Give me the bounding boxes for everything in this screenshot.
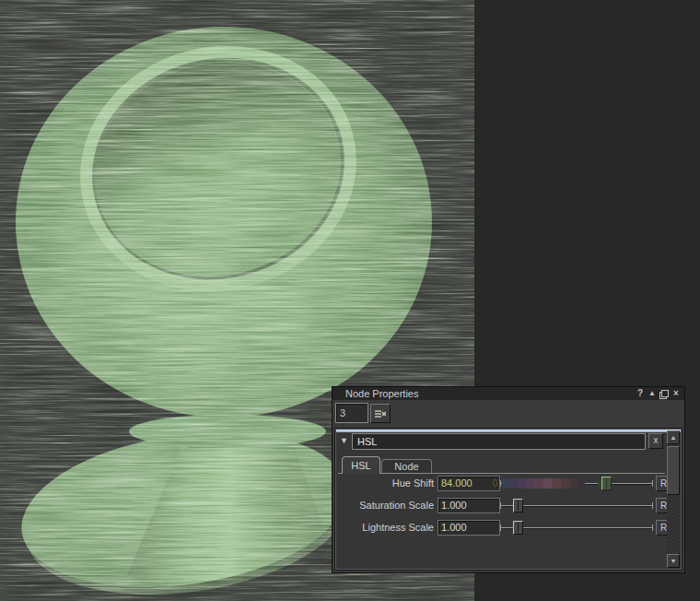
lightness-scale-value-field[interactable]: 1.000	[438, 520, 500, 536]
expander-triangle-icon[interactable]: ▼	[340, 436, 348, 445]
panel-title: Node Properties	[345, 387, 419, 400]
node-action-button[interactable]	[370, 404, 391, 423]
saturation-scale-label: Saturation Scale	[338, 500, 434, 511]
node-count-input[interactable]: 3	[335, 403, 368, 423]
saturation-scale-value: 1.000	[441, 500, 467, 511]
saturation-scale-value-field[interactable]: 1.000	[438, 498, 500, 513]
saturation-scale-slider[interactable]	[500, 498, 653, 514]
hue-shift-slider-handle[interactable]	[601, 477, 612, 490]
parameter-rows: Hue Shift 84.000 0 R Saturation Scale 1.…	[338, 474, 665, 567]
node-name-field[interactable]: HSL	[352, 433, 646, 450]
close-icon[interactable]: ×	[671, 388, 682, 399]
lightness-scale-row: Lightness Scale 1.000 R	[338, 520, 665, 538]
tab-hsl[interactable]: HSL	[342, 456, 380, 474]
help-icon[interactable]: ?	[635, 388, 646, 399]
hue-shift-slider[interactable]	[500, 476, 653, 492]
hue-shift-badge: 0	[492, 477, 497, 490]
node-action-icon	[375, 409, 386, 418]
titlebar-icons: ? ▲ ×	[635, 387, 682, 400]
scroll-up-icon[interactable]: ▲	[667, 430, 680, 444]
saturation-scale-slider-handle[interactable]	[513, 499, 523, 513]
scroll-down-icon[interactable]: ▼	[667, 554, 680, 568]
vertical-scrollbar[interactable]: ▲ ▼	[667, 430, 680, 568]
hue-shift-row: Hue Shift 84.000 0 R	[338, 476, 665, 494]
hue-gradient-strip	[502, 478, 585, 489]
selection-accent-bar	[336, 430, 681, 432]
panel-titlebar[interactable]: Node Properties ? ▲ ×	[332, 387, 684, 400]
properties-frame: ▼ HSL x HSL Node Hue Shift 84.000 0	[335, 429, 682, 570]
hue-shift-label: Hue Shift	[338, 477, 434, 489]
pedestal-collar	[129, 415, 326, 448]
hue-shift-value: 84.000	[441, 477, 472, 489]
lightness-scale-label: Lightness Scale	[338, 522, 434, 533]
hue-shift-value-field[interactable]: 84.000 0	[438, 476, 500, 491]
collapse-icon[interactable]: ▲	[647, 388, 658, 399]
remove-node-button[interactable]: x	[648, 433, 663, 449]
lightness-scale-value: 1.000	[441, 522, 467, 533]
saturation-scale-row: Saturation Scale 1.000 R	[338, 498, 665, 516]
node-stack-header: ▼ HSL x	[336, 433, 665, 450]
scrollbar-thumb[interactable]	[667, 446, 680, 495]
float-window-icon[interactable]	[659, 388, 670, 399]
node-properties-panel: Node Properties ? ▲ × 3 ▼ HSL x HSL Node	[332, 386, 685, 573]
lightness-scale-slider-handle[interactable]	[513, 521, 523, 535]
tab-node[interactable]: Node	[381, 459, 432, 474]
lightness-scale-slider[interactable]	[500, 520, 653, 536]
